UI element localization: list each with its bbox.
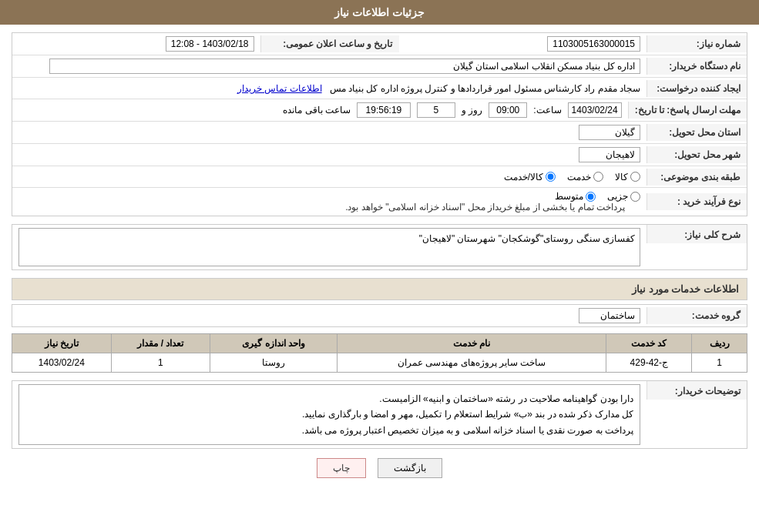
rooz-label: روز و [462, 105, 482, 115]
radio-motovaset[interactable] [586, 192, 596, 202]
shomara-label: شماره نیاز: [646, 35, 747, 52]
radio-kala[interactable] [630, 172, 640, 182]
row-ijad: ایجاد کننده درخواست: سجاد مقدم راد کارشن… [12, 78, 747, 99]
radio-kala-item: کالا [615, 172, 640, 182]
buttons-row: بازگشت چاپ [12, 458, 747, 478]
mohlat-saat-box: 09:00 [489, 102, 527, 118]
saat-label: ساعت: [533, 105, 561, 115]
radio-jozii[interactable] [630, 192, 640, 202]
ostan-box: گیلان [579, 125, 640, 140]
farayand-note: پرداخت تمام یا بخشی از مبلغ خریداز محل "… [345, 202, 625, 212]
baqi-label: ساعت باقی مانده [283, 105, 351, 115]
tawzihat-row: توضیحات خریدار: دارا بودن گواهینامه صلاح… [12, 380, 747, 449]
farayand-value: جزیی متوسط پرداخت تمام یا بخشی از مبلغ خ… [12, 188, 646, 216]
radio-khidmat-label: خدمت [567, 172, 591, 182]
grohe-label: گروه خدمت: [646, 307, 747, 324]
radio-kala-khidmat-item: کالا/خدمت [504, 172, 556, 182]
col-kod: کد خدمت [606, 334, 692, 353]
info-section: شماره نیاز: 1103005163000015 تاریخ و ساع… [12, 32, 747, 216]
dastgah-value: اداره کل بنیاد مسکن انقلاب اسلامی استان … [12, 55, 646, 77]
print-button[interactable]: چاپ [317, 458, 366, 478]
khadamat-section-title: اطلاعات خدمات مورد نیاز [12, 278, 747, 300]
ijad-text: سجاد مقدم راد کارشناس مسئول امور قرارداد… [330, 83, 640, 94]
tarikh-box: 1403/02/18 - 12:08 [166, 36, 254, 52]
radio-kala-khidmat[interactable] [546, 172, 556, 182]
cell-kod: ج-42-429 [606, 353, 692, 373]
grohe-box: ساختمان [579, 308, 640, 323]
row-dastgah: نام دستگاه خریدار: اداره کل بنیاد مسکن ا… [12, 55, 747, 78]
radio-jozii-label: جزیی [607, 191, 628, 202]
tawzihat-line: دارا بودن گواهینامه صلاحیت در رشته «ساخت… [25, 391, 633, 407]
ijad-value: سجاد مقدم راد کارشناس مسئول امور قرارداد… [12, 80, 646, 97]
table-head: ردیف کد خدمت نام خدمت واحد اندازه گیری ت… [12, 334, 747, 353]
cell-tedad: 1 [111, 353, 210, 373]
tabaqe-value: کالا خدمت کالا/خدمت [12, 169, 646, 186]
ostan-value: گیلان [12, 122, 646, 143]
tabaqe-radio-group: کالا خدمت کالا/خدمت [18, 172, 640, 182]
radio-motovaset-label: متوسط [555, 191, 583, 202]
radio-jozii-item: جزیی [607, 191, 640, 202]
cell-nam: ساخت سایر پروژه‌های مهندسی عمران [337, 353, 606, 373]
radio-kala-label: کالا [615, 172, 628, 182]
sharh-label: شرح کلی نیاز: [646, 225, 747, 243]
row-mohlat: مهلت ارسال پاسخ: تا تاریخ: 1403/02/24 سا… [12, 99, 747, 122]
sharh-row: شرح کلی نیاز: کفسازی سنگی روستای"گوشکجان… [12, 224, 747, 270]
shomara-box: 1103005163000015 [547, 36, 640, 52]
mohlat-value: 1403/02/24 ساعت: 09:00 روز و 5 19:56:19 … [12, 99, 628, 121]
dastgah-box: اداره کل بنیاد مسکن انقلاب اسلامی استان … [49, 59, 640, 74]
farayand-label: نوع فرآیند خرید : [646, 193, 747, 210]
main-content: شماره نیاز: 1103005163000015 تاریخ و ساع… [0, 25, 759, 494]
row-shahr: شهر محل تحویل: لاهیجان [12, 144, 747, 166]
row-tabaqe: طبقه بندی موضوعی: کالا خدمت [12, 166, 747, 188]
farayand-radio-group: جزیی متوسط [18, 191, 640, 202]
sharh-value-cell: کفسازی سنگی روستای"گوشکجان" شهرستان "لاه… [12, 225, 646, 269]
row-ostan: استان محل تحویل: گیلان [12, 122, 747, 144]
page-header: جزئیات اطلاعات نیاز [0, 0, 759, 25]
sharh-box: کفسازی سنگی روستای"گوشکجان" شهرستان "لاه… [18, 228, 640, 266]
page-title: جزئیات اطلاعات نیاز [334, 6, 425, 18]
ijad-label: ایجاد کننده درخواست: [646, 80, 747, 97]
col-radif: ردیف [692, 334, 747, 353]
mohlat-date-box: 1403/02/24 [568, 102, 622, 118]
tawzihat-line: کل مدارک ذکر شده در بند «ب» شرایط استعلا… [25, 407, 633, 422]
col-vahed: واحد اندازه گیری [210, 334, 338, 353]
dastgah-label: نام دستگاه خریدار: [646, 58, 747, 75]
mohlat-label: مهلت ارسال پاسخ: تا تاریخ: [628, 102, 747, 119]
table-row: 1ج-42-429ساخت سایر پروژه‌های مهندسی عمرا… [12, 353, 747, 373]
cell-radif: 1 [692, 353, 747, 373]
radio-kala-khidmat-label: کالا/خدمت [504, 172, 543, 182]
tawzihat-box: دارا بودن گواهینامه صلاحیت در رشته «ساخت… [18, 384, 640, 445]
cell-vahed: روستا [210, 353, 338, 373]
shomara-value: 1103005163000015 [399, 33, 647, 55]
cell-tarikh: 1403/02/24 [12, 353, 112, 373]
mohlat-rooz-box: 5 [417, 102, 455, 118]
table-body: 1ج-42-429ساخت سایر پروژه‌های مهندسی عمرا… [12, 353, 747, 373]
contact-link[interactable]: اطلاعات تماس خریدار [237, 83, 322, 94]
back-button[interactable]: بازگشت [378, 458, 442, 478]
khadamat-table: ردیف کد خدمت نام خدمت واحد اندازه گیری ت… [12, 333, 747, 373]
table-header-row: ردیف کد خدمت نام خدمت واحد اندازه گیری ت… [12, 334, 747, 353]
grohe-row: گروه خدمت: ساختمان [12, 304, 747, 327]
page-wrapper: جزئیات اطلاعات نیاز شماره نیاز: 11030051… [0, 0, 759, 532]
countdown-box: 19:56:19 [357, 102, 411, 118]
radio-khidmat-item: خدمت [567, 172, 603, 182]
ostan-label: استان محل تحویل: [646, 124, 747, 141]
radio-motovaset-item: متوسط [555, 191, 596, 202]
grohe-value: ساختمان [12, 305, 646, 326]
tarikh-value: 1403/02/18 - 12:08 [12, 33, 260, 55]
shahr-label: شهر محل تحویل: [646, 146, 747, 163]
col-nam: نام خدمت [337, 334, 606, 353]
mohlat-inline: 1403/02/24 ساعت: 09:00 روز و 5 19:56:19 … [18, 102, 622, 118]
radio-khidmat[interactable] [593, 172, 603, 182]
col-tedad: تعداد / مقدار [111, 334, 210, 353]
col-tarikh: تاریخ نیاز [12, 334, 112, 353]
tawzihat-label: توضیحات خریدار: [646, 381, 747, 400]
tabaqe-label: طبقه بندی موضوعی: [646, 169, 747, 186]
tawzihat-line: پرداخت به صورت نقدی یا اسناد خزانه اسلام… [25, 423, 633, 438]
row-shomara: شماره نیاز: 1103005163000015 تاریخ و ساع… [12, 33, 747, 55]
shahr-value: لاهیجان [12, 144, 646, 166]
row-farayand: نوع فرآیند خرید : جزیی متوسط پرداخت تمام… [12, 188, 747, 216]
shahr-box: لاهیجان [579, 147, 640, 162]
tawzihat-value-cell: دارا بودن گواهینامه صلاحیت در رشته «ساخت… [12, 381, 646, 448]
tarikh-label: تاریخ و ساعت اعلان عمومی: [260, 35, 399, 52]
